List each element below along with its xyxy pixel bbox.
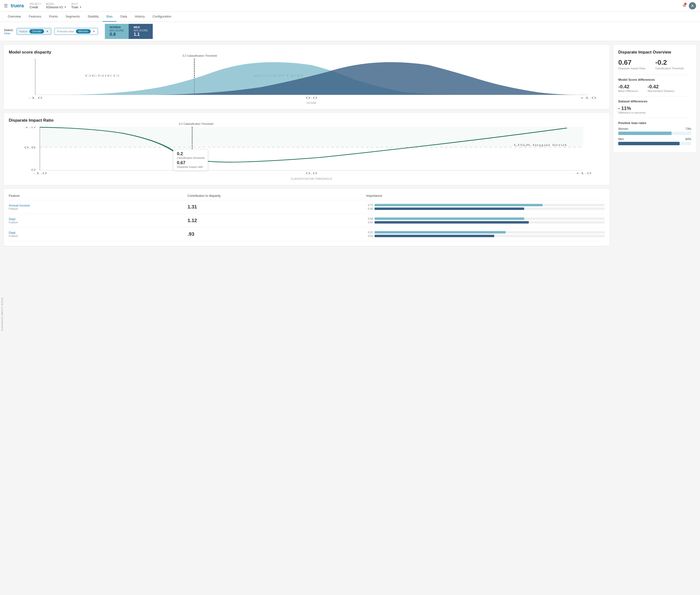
tab-points[interactable]: Points — [45, 12, 62, 22]
dir-big-value: 0.67 — [618, 59, 645, 66]
notification-badge: 1 — [684, 3, 687, 5]
imp-row-2a: 0.65 — [366, 217, 605, 220]
main-content: Model score disparity 0.2 Calassificatio… — [0, 41, 700, 250]
imp-bar-bg-2b — [375, 221, 605, 224]
score-cards: WOMEN AVG SCORE 0.8 MEN AVG SCORE 1.1 — [105, 24, 153, 39]
loan-group-men: Men — [618, 137, 624, 141]
imp-label-1b: 0.65 — [366, 207, 373, 210]
model-dropdown-arrow: ▼ — [64, 6, 66, 8]
ct-stat: -0.2 Classification Threshold — [655, 59, 684, 70]
feature-dropdown-arrow: ▼ — [46, 30, 49, 33]
selector-bar: Select: Clear Feature Gender ▼ Protected… — [0, 22, 700, 41]
loan-group-women: Women — [618, 127, 628, 131]
project-value: Credit — [30, 5, 41, 9]
dir-big-label: Disparate Impact Ratio — [618, 67, 645, 70]
tooltip-dir-value: 0.67 — [177, 160, 204, 165]
svg-text:-1.0: -1.0 — [28, 96, 42, 99]
imp-bar-fill-1a — [375, 204, 543, 206]
dir-x-axis-label: CLASSIFICATION THRESHOLD — [23, 177, 600, 180]
disparate-overview-title: Disparate Impact Overview — [618, 50, 691, 55]
svg-text:DENIED: DENIED — [85, 74, 120, 77]
feature-type-1: Feature — [9, 207, 187, 210]
model-value[interactable]: XGboost-V1 ▼ — [46, 5, 66, 9]
svg-text:+1.0: +1.0 — [575, 172, 591, 175]
header-right: ✉ 1 A — [683, 2, 696, 9]
imp-bar-fill-3b — [375, 235, 494, 237]
select-text: Select: — [4, 28, 13, 32]
table-row: Dept Feature .93 0.57 0.52 — [9, 227, 605, 241]
women-avg-value: 0.8 — [110, 32, 124, 37]
dir-title: Disparate Impact Ratio — [9, 118, 605, 123]
feature-name-1[interactable]: Annual Income — [9, 204, 187, 207]
col-contribution: Contribution to disparity — [187, 194, 366, 198]
importance-bars-2: 0.65 0.67 — [366, 217, 605, 224]
imp-row-1a: 0.73 — [366, 204, 605, 206]
feature-name-2[interactable]: Dept — [9, 217, 187, 221]
ct-big-value: -0.2 — [655, 59, 684, 66]
big-stats: 0.67 Disparate Impact Ratio -0.2 Classif… — [618, 59, 691, 70]
feature-dropdown-label: Feature — [19, 30, 28, 33]
feature-cell-2: Dept Feature — [9, 217, 187, 224]
table-row: Dept Feature 1.12 0.65 0.67 — [9, 214, 605, 227]
dataset-diff-title: Dataset differences — [618, 100, 691, 103]
tab-history[interactable]: History — [131, 12, 148, 22]
feature-dropdown[interactable]: Feature Gender ▼ — [17, 28, 51, 35]
mean-diff-value: -0.42 — [618, 84, 638, 89]
app-header: ☰ truera PROJECT Credit MODEL XGboost-V1… — [0, 0, 700, 12]
wdist-value: -0.42 — [648, 84, 674, 89]
svg-text:USA legal limit: USA legal limit — [514, 143, 567, 146]
importance-bars-3: 0.57 0.52 — [366, 231, 605, 237]
importance-bars-1: 0.73 0.65 — [366, 204, 605, 210]
men-avg-value: 1.1 — [134, 32, 148, 37]
split-value[interactable]: Train ▼ — [71, 5, 82, 9]
right-column: Disparate Impact Overview 0.67 Disparate… — [613, 45, 696, 246]
feature-chip: Gender — [29, 29, 44, 34]
feature-name-3[interactable]: Dept — [9, 231, 187, 234]
clear-button[interactable]: Clear — [4, 32, 13, 35]
loan-bar-bg-women — [618, 132, 691, 135]
dataset-value: - 11% — [618, 106, 691, 111]
svg-text:0: 0 — [31, 168, 36, 171]
mean-diff-label: Mean Difference — [618, 89, 638, 92]
loan-row-men: Men 84% — [618, 137, 691, 145]
diff-row: -0.42 Mean Difference -0.42 Worsserstein… — [618, 84, 691, 92]
svg-rect-8 — [40, 127, 583, 147]
imp-bar-bg-1a — [375, 204, 605, 206]
protected-value-dropdown[interactable]: Protected value Women ▼ — [54, 28, 98, 35]
tab-data[interactable]: Data — [117, 12, 131, 22]
hamburger-icon[interactable]: ☰ — [4, 3, 8, 8]
dir-chart-svg: 1.0 0.8 0 USA legal limit -1.0 0.0 +1.0 — [23, 127, 600, 175]
svg-text:-1.0: -1.0 — [33, 172, 47, 175]
select-label: Select: Clear — [4, 28, 13, 35]
notification-button[interactable]: ✉ 1 — [683, 3, 686, 8]
dir-stat: 0.67 Disparate Impact Ratio — [618, 59, 645, 70]
score-card-men: MEN AVG SCORE 1.1 — [129, 24, 153, 39]
dir-tooltip: 0.2 Classification threshold 0.67 Dispar… — [173, 149, 208, 171]
imp-bar-bg-3b — [375, 235, 605, 237]
imp-row-1b: 0.65 — [366, 207, 605, 210]
model-score-diff-title: Model Score differences — [618, 78, 691, 82]
contribution-1: 1.31 — [187, 204, 366, 210]
user-avatar[interactable]: A — [689, 2, 696, 9]
imp-label-3b: 0.52 — [366, 234, 373, 237]
feature-table-header: Feature Contribution to disparity Import… — [9, 194, 605, 200]
tab-features[interactable]: Features — [25, 12, 45, 22]
tab-overview[interactable]: Overview — [4, 12, 25, 22]
disparate-impact-overview-card: Disparate Impact Overview 0.67 Disparate… — [613, 45, 696, 152]
svg-text:0.0: 0.0 — [306, 96, 317, 99]
tab-segments[interactable]: Segments — [62, 12, 84, 22]
app-logo: truera — [11, 3, 24, 8]
wdist-label: Worsserstein Distance — [648, 89, 674, 92]
imp-label-2b: 0.67 — [366, 221, 373, 224]
imp-row-3a: 0.57 — [366, 231, 605, 234]
tab-bias[interactable]: Bias — [103, 12, 117, 22]
feature-cell-1: Annual Income Feature — [9, 204, 187, 210]
model-score-disparity-card: Model score disparity 0.2 Calassificatio… — [4, 45, 610, 109]
loan-bar-bg-men — [618, 142, 691, 145]
model-info: MODEL XGboost-V1 ▼ — [46, 3, 66, 9]
loan-header-women: Women 73% — [618, 127, 691, 131]
protected-chip: Women — [76, 29, 91, 34]
tab-stability[interactable]: Stability — [84, 12, 103, 22]
tooltip-ct-value: 0.2 — [177, 151, 204, 157]
tab-configuration[interactable]: Configuration — [149, 12, 175, 22]
